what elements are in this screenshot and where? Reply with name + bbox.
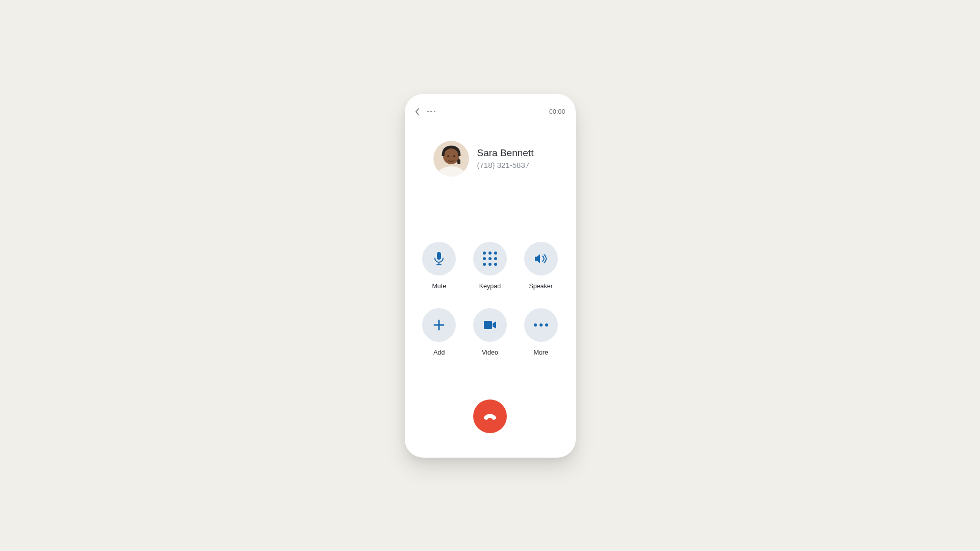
mute-label: Mute	[432, 283, 446, 290]
svg-point-5	[447, 155, 449, 157]
top-bar-left	[415, 108, 436, 116]
keypad-label: Keypad	[479, 283, 501, 290]
back-button[interactable]	[415, 108, 420, 116]
more-button[interactable]: More	[524, 308, 558, 356]
video-button[interactable]: Video	[473, 308, 507, 356]
keypad-button[interactable]: Keypad	[473, 242, 507, 290]
svg-point-6	[453, 155, 455, 157]
avatar-icon	[433, 141, 469, 177]
more-horizontal-icon	[427, 111, 436, 113]
add-label: Add	[433, 349, 445, 356]
top-bar: 00:00	[415, 106, 566, 117]
caller-text: Sara Bennett (718) 321-5837	[477, 147, 534, 169]
phone-hangup-icon	[482, 408, 498, 424]
keypad-icon	[483, 252, 497, 266]
hangup-row	[415, 399, 566, 443]
caller-avatar	[433, 141, 469, 177]
chevron-left-icon	[415, 108, 420, 116]
more-label: More	[533, 349, 548, 356]
top-more-button[interactable]	[427, 111, 436, 113]
svg-rect-7	[437, 252, 441, 260]
caller-name: Sara Bennett	[477, 147, 534, 159]
speaker-label: Speaker	[529, 283, 553, 290]
svg-rect-12	[484, 321, 492, 329]
mute-button[interactable]: Mute	[422, 242, 456, 290]
add-button[interactable]: Add	[422, 308, 456, 356]
plus-icon	[433, 319, 445, 331]
video-icon	[483, 320, 497, 330]
end-call-button[interactable]	[473, 399, 507, 433]
phone-frame: 00:00 Sara B	[405, 94, 576, 458]
svg-rect-4	[457, 159, 460, 164]
caller-phone-number: (718) 321-5837	[477, 161, 534, 169]
video-label: Video	[482, 349, 498, 356]
caller-info: Sara Bennett (718) 321-5837	[415, 141, 566, 177]
speaker-button[interactable]: Speaker	[524, 242, 558, 290]
speaker-icon	[534, 253, 548, 265]
more-horizontal-icon	[534, 323, 548, 327]
call-controls: Mute Keypad Speaker	[415, 242, 566, 356]
call-timer: 00:00	[549, 108, 566, 115]
microphone-icon	[433, 252, 445, 266]
